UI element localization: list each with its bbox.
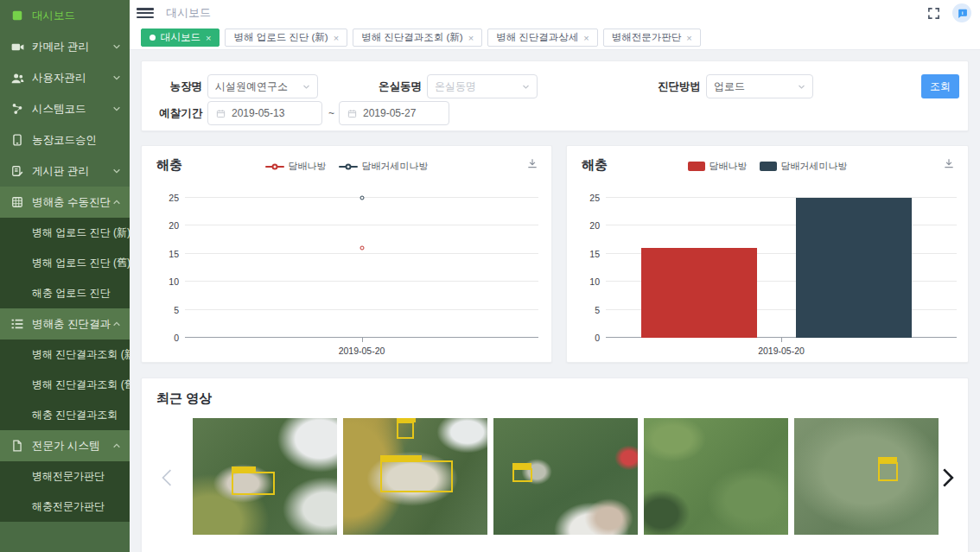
sidebar-item[interactable]: 병해충 진단결과 xyxy=(0,308,130,339)
legend-item[interactable]: 담배나방 xyxy=(265,160,327,173)
sidebar-submenu: 병해 업로드 진단 (新)병해 업로드 진단 (舊)해충 업로드 진단 xyxy=(0,218,130,308)
close-icon[interactable]: × xyxy=(334,33,339,43)
date-from-input[interactable]: 2019-05-13 xyxy=(207,101,322,125)
sidebar-item-label: 카메라 관리 xyxy=(32,40,112,54)
sidebar-item-label: 농장코드승인 xyxy=(32,133,121,148)
diagnosis-method-select[interactable]: 업로드 xyxy=(706,74,813,98)
sidebar-subitem[interactable]: 해충전문가판단 xyxy=(0,492,130,522)
sidebar-subitem[interactable]: 병해 진단결과조회 (舊) xyxy=(0,370,130,400)
sidebar-item-label: 사용자관리 xyxy=(32,71,112,86)
menu-toggle-icon[interactable] xyxy=(137,6,154,20)
legend-marker-icon xyxy=(339,166,358,168)
close-icon[interactable]: × xyxy=(686,33,691,43)
sidebar-item[interactable]: 시스템코드 xyxy=(0,93,130,124)
sidebar-item[interactable]: 대시보드 xyxy=(0,0,130,31)
chevron-down-icon xyxy=(302,83,310,91)
y-axis-tick-label: 0 xyxy=(174,333,179,343)
legend-item[interactable]: 담배거세미나방 xyxy=(339,160,429,173)
message-badge[interactable]: i xyxy=(952,3,971,22)
sidebar-item-label: 시스템코드 xyxy=(32,102,112,117)
active-tab-dot xyxy=(150,35,156,41)
file-icon xyxy=(10,439,24,453)
legend-item[interactable]: 담배나방 xyxy=(688,160,748,173)
sidebar-subitem[interactable]: 병해 업로드 진단 (新) xyxy=(0,218,130,248)
tab[interactable]: 대시보드× xyxy=(141,29,220,47)
calendar-icon xyxy=(216,109,226,118)
tab[interactable]: 병해 진단결과상세× xyxy=(487,29,598,47)
detection-label-tag xyxy=(878,457,897,463)
dashboard-icon xyxy=(10,9,24,22)
list-icon xyxy=(10,317,24,331)
sidebar-item[interactable]: 병해충 수동진단 xyxy=(0,187,130,218)
sidebar-item[interactable]: 사용자관리 xyxy=(0,62,130,93)
calendar-icon xyxy=(347,109,357,118)
leaf-photo-3[interactable] xyxy=(493,418,638,535)
carousel-next-button[interactable] xyxy=(937,464,959,492)
farm-name-select[interactable]: 시설원예연구소 xyxy=(207,74,318,98)
sidebar-item[interactable]: 농장코드승인 xyxy=(0,124,130,155)
y-axis-tick-label: 20 xyxy=(169,220,179,231)
farm-name-value: 시설원예연구소 xyxy=(215,79,302,94)
legend-marker-icon xyxy=(265,166,284,168)
diagnosis-method-value: 업로드 xyxy=(714,79,798,94)
fullscreen-icon[interactable] xyxy=(927,7,940,20)
period-label: 예찰기간 xyxy=(149,101,202,125)
sidebar-item-label: 병해충 진단결과 xyxy=(32,317,112,332)
sidebar-subitem[interactable]: 병해 진단결과조회 (新) xyxy=(0,339,130,370)
sidebar-subitem[interactable]: 해충 업로드 진단 xyxy=(0,278,130,308)
tab[interactable]: 병해 진단결과조회 (新)× xyxy=(353,29,482,47)
tab[interactable]: 병해 업로드 진단 (新)× xyxy=(225,29,347,47)
y-axis-tick-label: 10 xyxy=(589,276,600,287)
gridline xyxy=(185,309,538,310)
legend-marker-icon xyxy=(688,162,705,171)
recent-images-card: 최근 영상 xyxy=(141,378,969,552)
detection-label-tag xyxy=(397,418,416,422)
bar xyxy=(641,248,757,338)
close-icon[interactable]: × xyxy=(206,33,211,43)
main-content: 농장명 시설원예연구소 온실동명 온실동명 진단방법 업로드 조회 예찰기간 2… xyxy=(130,50,980,552)
leaf-photo-5[interactable] xyxy=(794,418,939,535)
date-to-input[interactable]: 2019-05-27 xyxy=(339,101,449,125)
y-axis-tick-label: 5 xyxy=(174,305,179,315)
y-axis-tick-label: 25 xyxy=(169,193,179,203)
camera-icon xyxy=(10,40,24,54)
gridline xyxy=(185,225,538,225)
sidebar-item-label: 대시보드 xyxy=(32,9,121,23)
chevron-down-icon xyxy=(112,167,121,175)
date-to-value: 2019-05-27 xyxy=(363,107,416,119)
sidebar-item[interactable]: 전문가 시스템 xyxy=(0,430,130,461)
tab[interactable]: 병해전문가판단× xyxy=(603,29,701,47)
leaf-photo-4[interactable] xyxy=(644,418,788,535)
sidebar-item[interactable]: 게시판 관리 xyxy=(0,155,130,187)
sidebar-subitem[interactable]: 병해전문가판단 xyxy=(0,461,130,492)
tab-label: 병해전문가판단 xyxy=(612,31,682,44)
carousel-prev-button[interactable] xyxy=(156,464,178,492)
leaf-photo-2[interactable] xyxy=(343,418,487,535)
close-icon[interactable]: × xyxy=(583,33,589,43)
grid-icon xyxy=(10,195,24,209)
pest-scatter-chart-card: 해충 담배나방담배거세미나방 05101520252019-05-20 xyxy=(141,145,552,363)
sidebar-item[interactable]: 카메라 관리 xyxy=(0,31,130,62)
gridline xyxy=(185,281,538,282)
leaf-photo-1[interactable] xyxy=(193,418,337,535)
leaf-photo-image xyxy=(794,418,939,535)
download-icon[interactable] xyxy=(943,157,955,169)
top-header: 대시보드 i xyxy=(130,0,980,26)
leaf-photo-image xyxy=(644,418,788,535)
y-axis-tick-label: 25 xyxy=(589,193,600,203)
recent-images-title: 최근 영상 xyxy=(156,390,212,407)
legend-item[interactable]: 담배거세미나방 xyxy=(760,160,848,173)
sidebar-subitem[interactable]: 병해 업로드 진단 (舊) xyxy=(0,248,130,278)
nodes-icon xyxy=(10,102,24,116)
close-icon[interactable]: × xyxy=(468,33,474,43)
sidebar-subitem[interactable]: 해충 진단결과조회 xyxy=(0,400,130,430)
search-button[interactable]: 조회 xyxy=(921,74,959,98)
bar-plot-area: 05101520252019-05-20 xyxy=(606,198,957,338)
chevron-left-icon xyxy=(161,468,173,487)
greenhouse-select[interactable]: 온실동명 xyxy=(427,74,538,98)
filter-panel: 농장명 시설원예연구소 온실동명 온실동명 진단방법 업로드 조회 예찰기간 2… xyxy=(141,60,969,131)
sidebar-submenu: 병해 진단결과조회 (新)병해 진단결과조회 (舊)해충 진단결과조회 xyxy=(0,339,130,430)
x-axis-tick-label: 2019-05-20 xyxy=(185,346,538,356)
date-separator: ~ xyxy=(328,101,334,125)
download-icon[interactable] xyxy=(526,157,538,169)
